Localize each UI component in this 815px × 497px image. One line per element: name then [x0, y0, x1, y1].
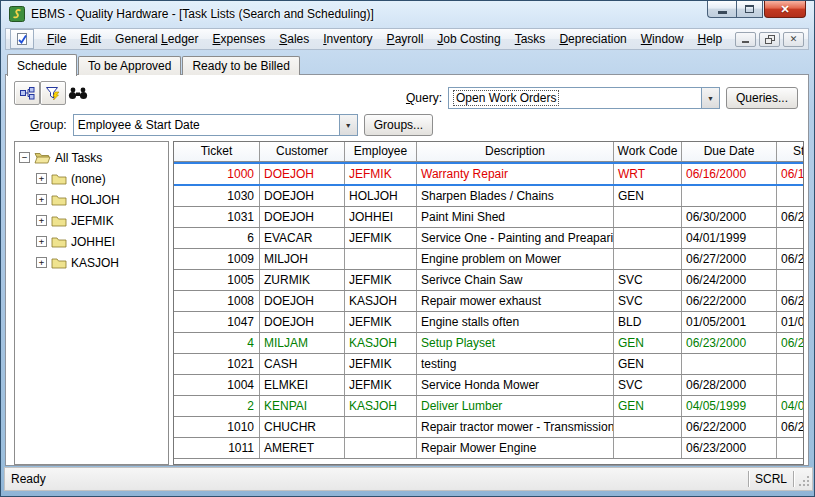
- menu-item-window[interactable]: Window: [634, 30, 691, 48]
- expand-icon[interactable]: +: [36, 257, 47, 268]
- table-row[interactable]: 2KENPAIKASJOHDeliver LumberGEN04/05/1999…: [174, 396, 804, 417]
- cell-start-date: 04/05/: [777, 396, 804, 416]
- close-button[interactable]: ✕: [764, 1, 806, 18]
- maximize-button[interactable]: [736, 1, 763, 18]
- expand-icon[interactable]: +: [36, 236, 47, 247]
- cell-due-date: [682, 186, 777, 206]
- minimize-button[interactable]: [707, 1, 736, 18]
- cell-description: Serivce Chain Saw: [417, 270, 614, 290]
- mdi-restore-button[interactable]: [759, 32, 780, 47]
- tree-item-label: JEFMIK: [71, 214, 114, 228]
- menu-item-depreciation[interactable]: Depreciation: [552, 30, 633, 48]
- cell-start-date: [777, 270, 804, 290]
- resize-grip[interactable]: [796, 471, 810, 487]
- cell-start-date: [777, 186, 804, 206]
- menu-item-tasks[interactable]: Tasks: [508, 30, 553, 48]
- column-header-due-date[interactable]: Due Date: [682, 142, 777, 161]
- cell-work-code: [614, 249, 682, 269]
- cell-customer: DOEJOH: [260, 291, 345, 311]
- query-select[interactable]: Open Work Orders ▼: [448, 87, 720, 109]
- cell-work-code: [614, 207, 682, 227]
- title-bar[interactable]: EBMS - Quality Hardware - [Task Lists (S…: [1, 1, 814, 27]
- table-row[interactable]: 1011AMERETRepair Mower Engine06/23/2000: [174, 438, 804, 459]
- queries-button[interactable]: Queries...: [726, 87, 798, 109]
- table-row[interactable]: 4MILJAMKASJOHSetup PlaysetGEN06/23/20000…: [174, 333, 804, 354]
- menu-item-job-costing[interactable]: Job Costing: [430, 30, 507, 48]
- group-value: Employee & Start Date: [78, 118, 200, 132]
- dropdown-arrow-icon[interactable]: ▼: [701, 88, 719, 108]
- app-logo-icon[interactable]: [9, 6, 25, 22]
- tree-item-kasjoh[interactable]: + KASJOH: [15, 252, 168, 273]
- mdi-minimize-button[interactable]: [735, 32, 756, 47]
- mdi-system-menu-button[interactable]: [10, 29, 34, 49]
- column-header-ticket[interactable]: Ticket: [174, 142, 260, 161]
- maximize-icon: [745, 5, 754, 13]
- tree-item-label: HOLJOH: [71, 193, 120, 207]
- cell-employee: KASJOH: [345, 333, 417, 353]
- expand-icon[interactable]: +: [36, 215, 47, 226]
- table-row[interactable]: 1000DOEJOHJEFMIKWarranty RepairWRT06/16/…: [174, 162, 804, 186]
- expand-icon[interactable]: +: [36, 194, 47, 205]
- menu-item-inventory[interactable]: Inventory: [316, 30, 379, 48]
- column-header-work-code[interactable]: Work Code: [614, 142, 682, 161]
- menu-item-file[interactable]: File: [40, 30, 73, 48]
- cell-customer: KENPAI: [260, 396, 345, 416]
- table-row[interactable]: 1021CASHJEFMIKtestingGEN: [174, 354, 804, 375]
- cell-ticket: 1005: [174, 270, 260, 290]
- column-header-start-date[interactable]: Start Date: [777, 142, 804, 161]
- column-header-description[interactable]: Description: [417, 142, 614, 161]
- mdi-restore-icon: [765, 35, 775, 44]
- dropdown-arrow-icon[interactable]: ▼: [339, 115, 357, 135]
- cell-ticket: 1008: [174, 291, 260, 311]
- table-row[interactable]: 1005ZURMIKJEFMIKSerivce Chain SawSVC06/2…: [174, 270, 804, 291]
- status-separator: [748, 471, 749, 487]
- group-select[interactable]: Employee & Start Date ▼: [73, 114, 358, 136]
- tree-root-all-tasks[interactable]: − All Tasks: [15, 147, 168, 168]
- table-row[interactable]: 1031DOEJOHJOHHEIPaint Mini Shed06/30/200…: [174, 207, 804, 228]
- table-row[interactable]: 1047DOEJOHJEFMIKEngine stalls oftenBLD01…: [174, 312, 804, 333]
- table-row[interactable]: 1004ELMKEIJEFMIKService Honda MowerSVC06…: [174, 375, 804, 396]
- table-row[interactable]: 1010CHUCHRRepair tractor mower - Transmi…: [174, 417, 804, 438]
- cell-ticket: 1010: [174, 417, 260, 437]
- app-window: EBMS - Quality Hardware - [Task Lists (S…: [0, 0, 815, 497]
- tree-item-holjoh[interactable]: + HOLJOH: [15, 189, 168, 210]
- tree-item-johhei[interactable]: + JOHHEI: [15, 231, 168, 252]
- tab-to-be-approved[interactable]: To be Approved: [78, 56, 181, 75]
- menu-item-general-ledger[interactable]: General Ledger: [108, 30, 205, 48]
- groups-button[interactable]: Groups...: [364, 114, 433, 136]
- status-separator: [793, 471, 794, 487]
- find-button[interactable]: [66, 84, 90, 102]
- tab-ready-to-be-billed[interactable]: Ready to be Billed: [182, 56, 299, 75]
- cell-ticket: 6: [174, 228, 260, 248]
- column-header-customer[interactable]: Customer: [260, 142, 345, 161]
- tree-item-none[interactable]: + (none): [15, 168, 168, 189]
- tree-item-jefmik[interactable]: + JEFMIK: [15, 210, 168, 231]
- cell-start-date: 06/20/: [777, 291, 804, 311]
- filter-lightning-icon: [45, 86, 61, 101]
- cell-ticket: 1004: [174, 375, 260, 395]
- column-header-employee[interactable]: Employee: [345, 142, 417, 161]
- status-bar: Ready SCRL: [4, 467, 813, 491]
- task-table: Ticket Customer Employee Description Wor…: [173, 141, 804, 465]
- minimize-icon: [718, 11, 727, 14]
- table-row[interactable]: 1008DOEJOHKASJOHRepair mower exhaustSVC0…: [174, 291, 804, 312]
- cell-work-code: WRT: [614, 164, 682, 184]
- tab-schedule[interactable]: Schedule: [7, 54, 77, 76]
- menu-item-edit[interactable]: Edit: [73, 30, 108, 48]
- table-row[interactable]: 6EVACARJEFMIKService One - Painting and …: [174, 228, 804, 249]
- tree-item-label: JOHHEI: [71, 235, 115, 249]
- menu-item-sales[interactable]: Sales: [272, 30, 316, 48]
- expand-icon[interactable]: +: [36, 173, 47, 184]
- cell-description: Deliver Lumber: [417, 396, 614, 416]
- filter-button[interactable]: [40, 81, 66, 105]
- collapse-icon[interactable]: −: [19, 152, 30, 163]
- menu-item-payroll[interactable]: Payroll: [380, 30, 431, 48]
- menu-item-help[interactable]: Help: [690, 30, 729, 48]
- table-row[interactable]: 1030DOEJOHHOLJOHSharpen Blades / ChainsG…: [174, 186, 804, 207]
- table-row[interactable]: 1009MILJOHEngine problem on Mower06/27/2…: [174, 249, 804, 270]
- schedule-panel: Query: Open Work Orders ▼ Queries... Gro…: [5, 74, 809, 466]
- mdi-close-button[interactable]: ✕: [783, 32, 804, 47]
- menu-item-expenses[interactable]: Expenses: [205, 30, 272, 48]
- cell-due-date: 06/24/2000: [682, 270, 777, 290]
- group-view-button[interactable]: [14, 81, 40, 105]
